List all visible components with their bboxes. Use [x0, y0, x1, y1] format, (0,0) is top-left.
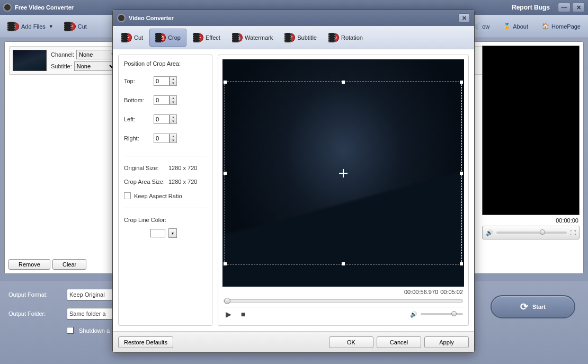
- left-spinbox[interactable]: ▲▼: [154, 114, 177, 124]
- crop-handle[interactable]: [342, 262, 345, 265]
- keep-aspect-label: Keep Aspect Ratio: [134, 193, 182, 199]
- video-thumbnail: [13, 50, 47, 71]
- right-spinbox[interactable]: ▲▼: [154, 134, 177, 143]
- crop-color-swatch[interactable]: [150, 229, 165, 237]
- main-preview-time: 00:00:00: [482, 215, 580, 226]
- left-input[interactable]: [154, 114, 170, 124]
- total-duration: 00:05:02: [440, 289, 463, 295]
- left-label: Left:: [124, 116, 154, 122]
- seek-bar[interactable]: [222, 297, 464, 307]
- medal-icon: 🏅: [503, 23, 511, 30]
- clear-button[interactable]: Clear: [52, 259, 86, 270]
- tab-rotation-label: Rotation: [341, 34, 363, 41]
- minimize-button[interactable]: —: [558, 3, 571, 12]
- filmstrip-icon: [121, 33, 128, 42]
- tab-effect-label: Effect: [206, 34, 220, 41]
- filmstrip-icon: [7, 22, 15, 31]
- homepage-link[interactable]: 🏠 HomePage: [538, 21, 585, 32]
- channel-label: Channel:: [51, 51, 74, 58]
- cut-button-main[interactable]: ✂ Cut: [60, 19, 91, 34]
- crop-rectangle[interactable]: [225, 82, 462, 264]
- crop-handle[interactable]: [342, 81, 345, 84]
- add-files-label: Add Files: [21, 23, 46, 30]
- crop-preview-panel: 00:00:56.970 00:05:02 ▶ ■ 🔊: [218, 55, 469, 326]
- remove-button[interactable]: Remove: [8, 259, 50, 270]
- filmstrip-icon: [155, 33, 162, 42]
- tab-watermark[interactable]: 💧 Watermark: [227, 29, 278, 46]
- crop-settings-panel: Position of Crop Area: Top: ▲▼ Bottom: ▲…: [118, 55, 212, 326]
- play-button[interactable]: ▶: [224, 309, 233, 319]
- app-logo-icon: [3, 3, 12, 12]
- crop-color-dropdown[interactable]: ▾: [168, 228, 177, 238]
- refresh-icon: ⟳: [520, 301, 528, 313]
- main-title: Free Video Converter: [15, 4, 74, 11]
- main-preview-video: [482, 46, 580, 215]
- right-input[interactable]: [154, 134, 170, 143]
- crop-handle[interactable]: [460, 172, 463, 175]
- tab-effect[interactable]: ✦ Effect: [188, 29, 226, 46]
- crop-handle[interactable]: [224, 172, 227, 175]
- about-link[interactable]: 🏅 About: [499, 21, 532, 32]
- stop-button[interactable]: ■: [238, 309, 248, 319]
- crop-handle[interactable]: [224, 262, 227, 265]
- shutdown-checkbox[interactable]: [67, 327, 74, 334]
- chevron-down-icon: ▼: [49, 24, 54, 29]
- original-size-label: Original Size:: [124, 165, 168, 171]
- close-button[interactable]: ✕: [572, 3, 585, 12]
- tab-watermark-label: Watermark: [245, 34, 273, 41]
- dialog-titlebar[interactable]: Video Converter ✕: [113, 10, 474, 26]
- crop-handle[interactable]: [224, 81, 227, 84]
- shutdown-label: Shutdown a: [79, 327, 110, 334]
- tab-crop-label: Crop: [168, 34, 181, 41]
- crop-handle[interactable]: [460, 81, 463, 84]
- subtitle-select[interactable]: None: [74, 61, 117, 71]
- crop-preview-video[interactable]: [222, 59, 464, 287]
- tab-crop[interactable]: ◩ Crop: [149, 29, 186, 47]
- output-format-label: Output Format:: [8, 291, 61, 298]
- crop-area-value: 1280 x 720: [168, 179, 197, 185]
- volume-icon[interactable]: 🔊: [410, 311, 417, 318]
- seek-thumb[interactable]: [224, 298, 230, 304]
- crop-handle[interactable]: [460, 262, 463, 265]
- dialog-title: Video Converter: [129, 15, 174, 21]
- top-input[interactable]: [154, 76, 170, 86]
- volume-slider[interactable]: [421, 313, 463, 315]
- crop-section-title: Position of Crop Area:: [124, 60, 207, 67]
- original-size-value: 1280 x 720: [168, 165, 197, 171]
- tab-rotation[interactable]: ↻ Rotation: [323, 29, 368, 46]
- cut-label: Cut: [78, 23, 87, 30]
- home-icon: 🏠: [542, 23, 549, 30]
- main-volume-slider[interactable]: [496, 232, 567, 234]
- crop-center-icon: [339, 169, 348, 177]
- fullscreen-icon[interactable]: ⛶: [570, 229, 576, 236]
- tab-subtitle[interactable]: T Subtitle: [279, 29, 322, 46]
- subtitle-label: Subtitle:: [51, 63, 72, 69]
- restore-defaults-button[interactable]: Restore Defaults: [118, 336, 173, 348]
- apply-button[interactable]: Apply: [424, 336, 469, 348]
- crop-area-label: Crop Area Size:: [124, 179, 168, 185]
- crop-line-color-label: Crop Line Color:: [124, 217, 207, 223]
- filmstrip-icon: [193, 33, 200, 42]
- output-folder-label: Output Folder:: [8, 310, 61, 317]
- tab-subtitle-label: Subtitle: [297, 34, 317, 41]
- top-label: Top:: [124, 78, 154, 84]
- start-button[interactable]: ⟳ Start: [491, 295, 575, 318]
- bottom-input[interactable]: [154, 95, 170, 105]
- bottom-label: Bottom:: [124, 97, 154, 103]
- right-label: Right:: [124, 135, 154, 141]
- keep-aspect-checkbox[interactable]: [124, 192, 131, 199]
- dialog-tabs: ✂ Cut ◩ Crop ✦ Effect 💧 Watermark T Subt…: [113, 26, 474, 49]
- tab-cut[interactable]: ✂ Cut: [116, 29, 148, 46]
- homepage-label: HomePage: [551, 23, 581, 30]
- report-bugs-link[interactable]: Report Bugs: [509, 3, 553, 12]
- cancel-button[interactable]: Cancel: [377, 336, 421, 348]
- dialog-close-button[interactable]: ✕: [458, 13, 470, 23]
- tab-cut-label: Cut: [134, 34, 143, 41]
- bottom-spinbox[interactable]: ▲▼: [154, 95, 177, 105]
- ok-button[interactable]: OK: [329, 336, 373, 348]
- add-files-button[interactable]: + Add Files ▼: [3, 19, 58, 34]
- filmstrip-icon: [64, 22, 72, 31]
- top-spinbox[interactable]: ▲▼: [154, 76, 177, 86]
- volume-icon[interactable]: 🔊: [486, 229, 493, 236]
- main-preview-controls: 🔊 ⛶: [482, 226, 580, 239]
